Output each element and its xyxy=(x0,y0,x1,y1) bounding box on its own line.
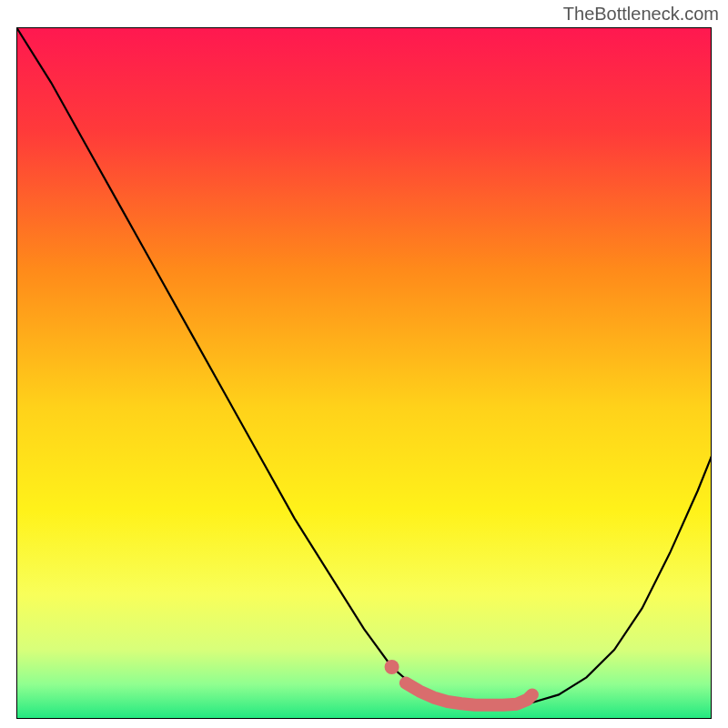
highlight-dot xyxy=(385,660,399,674)
chart-svg xyxy=(16,27,712,719)
gradient-background xyxy=(16,27,712,719)
attribution-text: TheBottleneck.com xyxy=(563,4,719,25)
bottleneck-chart xyxy=(16,27,712,719)
